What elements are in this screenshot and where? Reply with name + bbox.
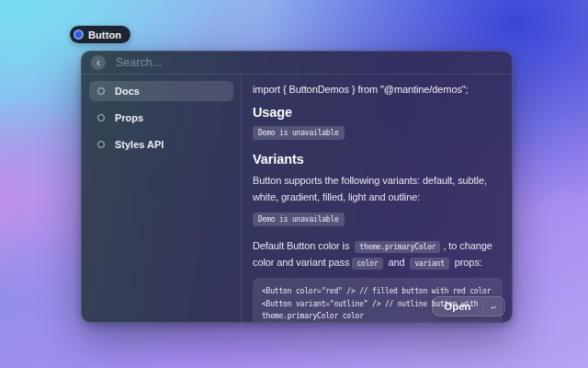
open-button[interactable]: Open ↵ xyxy=(432,296,505,316)
inline-code-color: color xyxy=(352,258,382,270)
import-statement: import { ButtonDemos } from "@mantine/de… xyxy=(253,84,503,95)
sidebar-item-styles-api[interactable]: Styles API xyxy=(89,134,233,155)
demo-unavailable-badge: Demo is unavailable xyxy=(253,126,345,140)
sidebar-item-label: Props xyxy=(115,112,143,123)
docs-content: import { ButtonDemos } from "@mantine/de… xyxy=(242,75,512,322)
circle-icon xyxy=(97,141,105,148)
sidebar-item-props[interactable]: Props xyxy=(89,108,233,128)
sidebar: Docs Props Styles API xyxy=(82,75,242,322)
search-bar: ‹ xyxy=(82,52,512,75)
usage-heading: Usage xyxy=(253,105,503,120)
open-button-label: Open xyxy=(433,297,481,316)
sidebar-item-label: Styles API xyxy=(115,139,164,150)
demo-unavailable-badge: Demo is unavailable xyxy=(253,213,345,226)
enter-key-icon: ↵ xyxy=(483,298,504,315)
command-tag-button[interactable]: Button xyxy=(70,26,130,43)
color-paragraph: Default Button color is theme.primaryCol… xyxy=(253,238,503,270)
color-paragraph-text: props: xyxy=(452,257,482,268)
button-command-icon xyxy=(74,29,84,40)
variants-paragraph: Button supports the following variants: … xyxy=(253,173,503,205)
color-paragraph-text: and xyxy=(386,257,408,268)
variants-heading: Variants xyxy=(253,152,503,167)
window-body: Docs Props Styles API import { ButtonDem… xyxy=(82,75,512,322)
inline-code-variant: variant xyxy=(410,258,448,270)
circle-icon xyxy=(97,87,105,95)
docs-palette-window: ‹ Docs Props Styles API import { ButtonD… xyxy=(81,51,513,323)
sidebar-item-docs[interactable]: Docs xyxy=(89,81,233,101)
color-paragraph-text: Default Button color is xyxy=(253,240,352,251)
back-button[interactable]: ‹ xyxy=(91,55,106,70)
sidebar-item-label: Docs xyxy=(115,86,140,97)
inline-code-theme-primarycolor: theme.primaryColor xyxy=(355,241,440,253)
search-input[interactable] xyxy=(114,55,503,70)
command-tag-label: Button xyxy=(88,29,121,40)
circle-icon xyxy=(97,114,105,121)
